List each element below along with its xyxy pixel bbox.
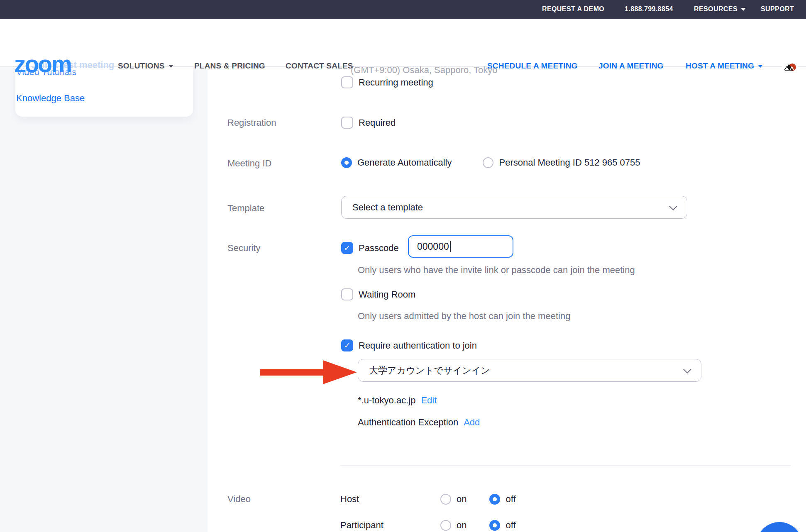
nav-schedule-meeting-label: SCHEDULE A MEETING xyxy=(487,61,578,71)
video-participant-label: Participant xyxy=(340,520,435,531)
phone-number-link[interactable]: 1.888.799.8854 xyxy=(625,5,673,13)
registration-required-checkbox[interactable] xyxy=(341,117,353,129)
waiting-room-hint: Only users admitted by the host can join… xyxy=(358,311,570,322)
template-select-value: Select a template xyxy=(352,202,423,213)
ghost-timezone-text: (GMT+9:00) Osaka, Sapporo, Tokyo xyxy=(351,65,498,76)
nav-contact-sales[interactable]: CONTACT SALES xyxy=(286,61,353,71)
chevron-down-icon xyxy=(683,365,691,373)
auth-method-value: 大学アカウントでサインイン xyxy=(369,364,490,377)
zoom-logo[interactable]: zoom xyxy=(14,52,71,76)
support-link[interactable]: SUPPORT xyxy=(761,5,794,13)
passcode-row: ✓ Passcode xyxy=(341,242,399,254)
caret-down-icon xyxy=(169,65,173,68)
security-section-label: Security xyxy=(227,243,260,254)
nav-contact-sales-label: CONTACT SALES xyxy=(286,61,353,71)
participant-video-on-radio[interactable] xyxy=(440,520,451,531)
avatar-image xyxy=(782,59,798,74)
meeting-id-generate-radio[interactable] xyxy=(341,157,352,168)
nav-plans-pricing[interactable]: PLANS & PRICING xyxy=(194,61,265,71)
host-video-off-label: off xyxy=(506,494,515,505)
participant-video-on-label: on xyxy=(457,520,467,531)
passcode-value: 000000 xyxy=(417,241,449,252)
registration-section-label: Registration xyxy=(227,117,276,128)
template-section-label: Template xyxy=(227,203,264,214)
auth-domain-row: *.u-tokyo.ac.jp Edit xyxy=(358,395,437,406)
nav-host-meeting[interactable]: HOST A MEETING xyxy=(686,61,763,71)
nav-join-meeting[interactable]: JOIN A MEETING xyxy=(598,61,664,71)
nav-solutions[interactable]: SOLUTIONS xyxy=(118,61,173,71)
sidebar-link-knowledge-base[interactable]: Knowledge Base xyxy=(16,93,85,104)
participant-video-off-radio[interactable] xyxy=(489,520,500,531)
registration-required-label: Required xyxy=(359,117,396,128)
recurring-meeting-checkbox[interactable] xyxy=(341,76,353,88)
check-icon: ✓ xyxy=(344,244,351,252)
nav-join-meeting-label: JOIN A MEETING xyxy=(598,61,664,71)
auth-domain-value: *.u-tokyo.ac.jp xyxy=(358,395,415,406)
recurring-meeting-row: Recurring meeting xyxy=(341,76,433,88)
utility-topbar: REQUEST A DEMO 1.888.799.8854 RESOURCES … xyxy=(0,0,806,19)
resources-menu-label: RESOURCES xyxy=(694,5,738,13)
require-auth-checkbox[interactable]: ✓ xyxy=(341,339,353,351)
red-arrow-annotation xyxy=(260,359,359,385)
passcode-input[interactable]: 000000 xyxy=(408,235,513,258)
passcode-label: Passcode xyxy=(359,243,399,254)
auth-domain-edit-link[interactable]: Edit xyxy=(421,395,437,406)
caret-down-icon xyxy=(758,65,763,68)
waiting-room-row: Waiting Room xyxy=(341,288,415,300)
text-cursor xyxy=(450,241,451,252)
help-chat-button[interactable] xyxy=(756,522,803,532)
sidebar-background xyxy=(0,66,208,532)
section-divider xyxy=(340,465,791,466)
require-auth-label: Require authentication to join xyxy=(359,340,477,351)
nav-plans-pricing-label: PLANS & PRICING xyxy=(194,61,265,71)
auth-exception-row: Authentication Exception Add xyxy=(358,417,480,428)
video-host-row: Host on off xyxy=(340,494,516,505)
auth-exception-add-link[interactable]: Add xyxy=(464,417,480,428)
host-video-off-radio[interactable] xyxy=(489,494,500,505)
passcode-hint: Only users who have the invite link or p… xyxy=(358,265,635,276)
nav-host-meeting-label: HOST A MEETING xyxy=(686,61,754,71)
schedule-meeting-page: Video Tutorials Knowledge Base Recurring… xyxy=(0,0,806,532)
host-video-on-label: on xyxy=(457,494,467,505)
template-select[interactable]: Select a template xyxy=(341,196,687,219)
meeting-id-section-label: Meeting ID xyxy=(227,158,271,169)
meeting-id-generate-label: Generate Automatically xyxy=(357,157,452,168)
auth-exception-label: Authentication Exception xyxy=(358,417,458,428)
request-demo-link[interactable]: REQUEST A DEMO xyxy=(542,5,604,13)
require-auth-row: ✓ Require authentication to join xyxy=(341,339,477,351)
participant-video-off-label: off xyxy=(506,520,515,531)
main-navbar: Join a test meeting (GMT+9:00) Osaka, Sa… xyxy=(0,19,806,67)
meeting-id-personal-label: Personal Meeting ID 512 965 0755 xyxy=(499,157,640,168)
waiting-room-label: Waiting Room xyxy=(359,289,415,300)
passcode-checkbox[interactable]: ✓ xyxy=(341,242,353,254)
meeting-id-personal-radio[interactable] xyxy=(483,157,493,168)
meeting-id-row: Generate Automatically Personal Meeting … xyxy=(341,157,640,168)
check-icon: ✓ xyxy=(344,342,351,349)
caret-down-icon xyxy=(741,8,746,11)
video-host-label: Host xyxy=(340,494,435,505)
recurring-meeting-label: Recurring meeting xyxy=(359,77,433,88)
resources-menu[interactable]: RESOURCES xyxy=(694,5,746,13)
host-video-on-radio[interactable] xyxy=(440,494,451,505)
video-section-label: Video xyxy=(227,494,251,505)
nav-schedule-meeting[interactable]: SCHEDULE A MEETING xyxy=(487,61,578,71)
video-participant-row: Participant on off xyxy=(340,520,516,531)
account-avatar[interactable] xyxy=(782,59,798,74)
nav-solutions-label: SOLUTIONS xyxy=(118,61,165,71)
auth-method-select[interactable]: 大学アカウントでサインイン xyxy=(358,359,701,382)
chevron-down-icon xyxy=(669,202,677,210)
waiting-room-checkbox[interactable] xyxy=(341,288,353,300)
registration-row: Required xyxy=(341,117,396,129)
